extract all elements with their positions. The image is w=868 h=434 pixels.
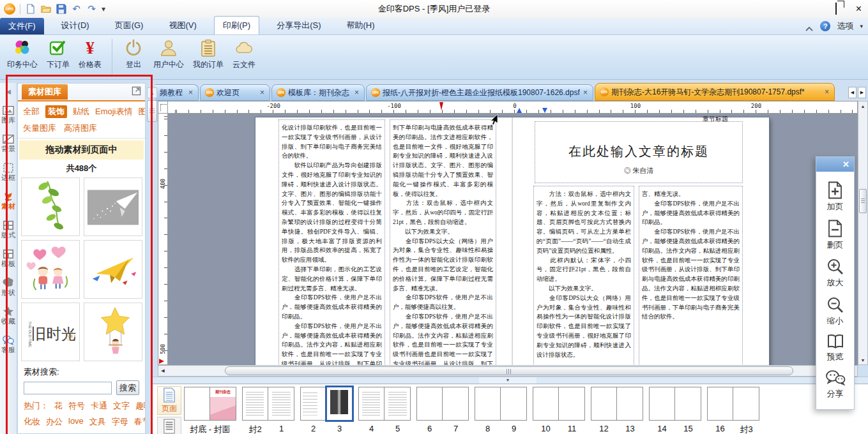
asset-tab-decoration[interactable]: 装饰: [45, 105, 67, 118]
left-page-text-frame-2[interactable]: 到下单印刷与电捷高效低成本获得精美的印刷品。法作文进相应刷软件，也是目前唯一文件…: [390, 119, 496, 365]
tab-close-icon[interactable]: ×: [824, 87, 830, 96]
assets-panel-scrollbar[interactable]: ▲: [147, 87, 157, 122]
help-icon[interactable]: ?: [820, 21, 830, 31]
tab-scroll-right-icon[interactable]: ▶: [858, 87, 866, 98]
ribbon-cloud-files-button[interactable]: 云文件: [228, 35, 260, 79]
tab-close-icon[interactable]: ×: [259, 88, 265, 97]
tag-link[interactable]: 符号: [68, 400, 85, 412]
menu-tab-help[interactable]: 帮助(H): [338, 17, 383, 34]
sidebar-item-border[interactable]: 边框: [0, 157, 17, 186]
ruler-blue-marker[interactable]: [542, 108, 547, 113]
page-thumb-13[interactable]: [617, 387, 643, 421]
sidebar-item-material[interactable]: 素材: [0, 186, 17, 214]
scroll-up-icon[interactable]: ▲: [858, 101, 867, 110]
ribbon-logout-button[interactable]: 登出: [118, 35, 149, 79]
page-thumb-12[interactable]: [591, 387, 617, 421]
save-icon[interactable]: [56, 4, 66, 15]
horizontal-scrollbar-thumb[interactable]: [225, 366, 793, 375]
ribbon-price-list-button[interactable]: ¥价格表: [74, 35, 106, 79]
asset-thumb-gray-plane[interactable]: [84, 177, 142, 236]
undo-icon[interactable]: ↶: [71, 4, 82, 15]
vertical-scrollbar[interactable]: ▲ ▼: [858, 101, 868, 365]
horizontal-scrollbar[interactable]: ◀ ▶: [158, 365, 858, 377]
sidebar-item-service[interactable]: 客服: [0, 329, 17, 358]
tag-link[interactable]: 办公: [46, 416, 63, 428]
asset-thumb-star-girl[interactable]: [84, 303, 142, 361]
tag-link[interactable]: 文具: [89, 416, 106, 428]
sidebar-item-gallery[interactable]: 图库: [0, 100, 17, 128]
asset-tab-all[interactable]: 全部: [23, 106, 40, 117]
right-page-text-frame-2[interactable]: 言、精准无误。 金印客DPS软件，使用户足不出户，能够便捷高效低成本获得精美的印…: [639, 186, 743, 365]
search-button[interactable]: 搜索: [116, 380, 139, 395]
page-thumb-8[interactable]: [475, 387, 501, 421]
page-thumb-1[interactable]: [268, 387, 294, 421]
page-thumb-11[interactable]: [559, 387, 585, 421]
scrollbar-thumb[interactable]: [147, 100, 157, 122]
app-logo-icon[interactable]: DPS: [4, 3, 15, 15]
tag-link[interactable]: 文字: [113, 400, 130, 412]
page-thumb-9[interactable]: [501, 387, 527, 421]
page-thumb-封2[interactable]: [242, 387, 268, 421]
scroll-up-icon[interactable]: ▲: [147, 87, 157, 98]
tab-close-icon[interactable]: ×: [354, 88, 360, 97]
document-tab-3[interactable]: DPS模板库：期刊杂志×: [271, 84, 365, 101]
menu-tab-page[interactable]: 页面(G): [107, 17, 152, 34]
scroll-left-icon[interactable]: ◀: [158, 366, 167, 376]
toolbar-options-icon[interactable]: ▾: [102, 6, 105, 12]
delete-page-button[interactable]: 删页: [826, 220, 844, 251]
page-thumb-16[interactable]: [707, 387, 733, 421]
tag-link[interactable]: 趣味: [135, 400, 146, 412]
asset-thumb-kids-hearts[interactable]: [21, 240, 80, 299]
tag-link[interactable]: love: [68, 416, 84, 428]
ribbon-place-order-button[interactable]: 下订单: [42, 35, 74, 79]
asset-tab-vector-library[interactable]: 矢量图库: [23, 123, 56, 134]
page-view-button[interactable]: 页面: [157, 386, 181, 415]
menu-tab-file[interactable]: 文件(F): [0, 18, 44, 34]
page-thumb-5[interactable]: [385, 387, 411, 421]
options-button[interactable]: 选项: [837, 20, 853, 32]
chapter-view-button[interactable]: [157, 417, 181, 434]
new-document-icon[interactable]: [25, 4, 36, 15]
asset-thumb-yellow-plane[interactable]: [84, 240, 142, 299]
asset-tab-hd-library[interactable]: 高清图库: [64, 123, 97, 134]
collapse-handle-icon[interactable]: ▼: [479, 377, 537, 384]
left-page-text-frame-1[interactable]: 化设计排版印刷软件，也是目前唯一一款实现了专业级书刊画册，从设计排版、到下单印刷…: [278, 119, 385, 365]
article-author[interactable]: ◎ 朱自清: [535, 166, 742, 176]
ribbon-print-service-center-button[interactable]: 印务中心: [3, 35, 42, 79]
preview-button[interactable]: 预览: [826, 334, 845, 363]
ribbon-user-center-button[interactable]: 用户中心: [149, 35, 188, 79]
redo-icon[interactable]: ↷: [86, 4, 97, 15]
zoom-out-button[interactable]: 缩小: [826, 296, 844, 327]
asset-search-input[interactable]: [24, 382, 112, 394]
tag-link[interactable]: 花: [54, 400, 63, 412]
ruler-red-marker[interactable]: [439, 102, 443, 110]
tag-link[interactable]: 化妆: [24, 416, 40, 428]
share-button[interactable]: 分享: [825, 370, 846, 400]
add-page-button[interactable]: 加页: [826, 181, 844, 213]
tab-close-icon[interactable]: ×: [188, 88, 194, 97]
document-tab-2[interactable]: DPS欢迎页×: [200, 84, 270, 101]
page-thumb-15[interactable]: [675, 387, 701, 421]
page-thumb-3[interactable]: [326, 387, 353, 421]
page-thumb-14[interactable]: [649, 387, 675, 421]
asset-thumb-old-time[interactable]: 旧时光THE OLD TIME: [21, 303, 80, 361]
document-tab-4[interactable]: DPS报纸-八开报对折-橙色主题企业报纸模板190807-1626.dpsf×: [366, 84, 593, 101]
document-canvas[interactable]: 化设计排版印刷软件，也是目前唯一一款实现了专业级书刊画册，从设计排版、到下单印刷…: [168, 114, 858, 365]
article-title[interactable]: 在此处输入文章的标题: [535, 143, 742, 160]
sidebar-item-background[interactable]: 背景: [0, 128, 17, 157]
asset-thumb-vine[interactable]: [21, 177, 80, 236]
right-page-text-frame-1[interactable]: 方法：双击鼠标，选中框内文字，然后，从word里复制作文内容，粘贴进相应的文本位…: [533, 186, 634, 365]
options-dropdown-icon[interactable]: ▾: [860, 23, 863, 29]
ribbon-my-orders-button[interactable]: 我的订单: [188, 35, 228, 79]
page-thumb-封底 - 封面[interactable]: [184, 387, 210, 421]
page-spread[interactable]: 化设计排版印刷软件，也是目前唯一一款实现了专业级书刊画册，从设计排版、到下单印刷…: [255, 117, 769, 365]
ruler-red-marker-vertical[interactable]: [159, 359, 164, 364]
scroll-down-icon[interactable]: ▼: [858, 355, 867, 364]
menu-tab-view[interactable]: 视图(V): [160, 17, 204, 34]
close-button[interactable]: ×: [856, 4, 862, 14]
document-tab-1[interactable]: 频教程×: [155, 84, 199, 101]
page-thumb-4[interactable]: [358, 387, 385, 421]
sidebar-item-layout[interactable]: 版式: [0, 214, 17, 243]
page-thumb-7[interactable]: [443, 387, 469, 421]
document-tab-5[interactable]: DPS期刊杂志-大16开骑马钉-文学杂志期刊190807-1757.dpsf*×: [595, 83, 835, 101]
